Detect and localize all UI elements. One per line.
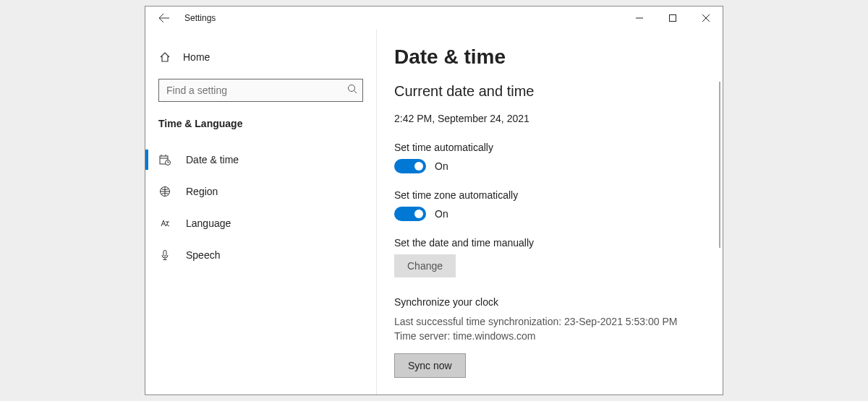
close-icon: [702, 14, 710, 22]
change-button[interactable]: Change: [394, 254, 456, 277]
set-time-auto-toggle[interactable]: [394, 159, 426, 173]
settings-window: Settings Home: [145, 6, 723, 395]
sidebar-item-label: Speech: [186, 249, 220, 261]
sidebar-item-label: Date & time: [186, 154, 239, 165]
sidebar-item-speech[interactable]: Speech: [145, 239, 376, 271]
set-tz-auto-state: On: [435, 208, 448, 220]
set-time-auto-state: On: [435, 160, 448, 172]
search-input[interactable]: [158, 79, 363, 102]
window-controls: [623, 7, 723, 30]
set-time-auto-label: Set time automatically: [394, 142, 702, 153]
manual-label: Set the date and time manually: [394, 237, 702, 249]
home-icon: [158, 51, 171, 63]
sidebar-item-label: Language: [186, 217, 231, 229]
minimize-icon: [636, 14, 643, 22]
titlebar: Settings: [145, 7, 723, 30]
search-icon: [347, 84, 357, 97]
sidebar-item-label: Region: [186, 186, 218, 197]
maximize-icon: [669, 14, 676, 22]
sidebar: Home Time & Language Date & time: [145, 30, 377, 394]
sync-last-line: Last successful time synchronization: 23…: [394, 315, 702, 329]
back-button[interactable]: [153, 7, 176, 30]
window-title: Settings: [184, 13, 216, 23]
back-arrow-icon: [158, 12, 170, 24]
page-title: Date & time: [394, 46, 702, 69]
svg-rect-0: [670, 15, 676, 22]
sync-status-text: Last successful time synchronization: 23…: [394, 315, 702, 343]
search-container: [158, 79, 363, 102]
sidebar-section-label: Time & Language: [145, 111, 376, 144]
current-datetime-value: 2:42 PM, September 24, 2021: [394, 113, 702, 124]
maximize-button[interactable]: [656, 7, 689, 30]
sync-server-line: Time server: time.windows.com: [394, 329, 702, 344]
sidebar-item-language[interactable]: Language: [145, 207, 376, 239]
close-button[interactable]: [689, 7, 723, 30]
microphone-icon: [158, 249, 171, 261]
section-title-current: Current date and time: [394, 83, 702, 100]
set-tz-auto-label: Set time zone automatically: [394, 189, 702, 201]
clock-calendar-icon: [158, 154, 171, 165]
minimize-button[interactable]: [623, 7, 656, 30]
sync-now-button[interactable]: Sync now: [394, 353, 466, 378]
window-body: Home Time & Language Date & time: [145, 30, 723, 394]
home-nav[interactable]: Home: [145, 43, 376, 72]
set-tz-auto-toggle[interactable]: [394, 207, 426, 221]
scrollbar[interactable]: [719, 82, 720, 248]
svg-rect-5: [163, 251, 166, 256]
home-label: Home: [183, 51, 210, 63]
language-icon: [158, 217, 171, 229]
sidebar-item-date-time[interactable]: Date & time: [145, 144, 376, 176]
svg-point-1: [349, 85, 355, 92]
sync-title: Synchronize your clock: [394, 296, 702, 308]
content-area: Date & time Current date and time 2:42 P…: [377, 30, 723, 394]
globe-icon: [158, 186, 171, 197]
sidebar-item-region[interactable]: Region: [145, 176, 376, 207]
